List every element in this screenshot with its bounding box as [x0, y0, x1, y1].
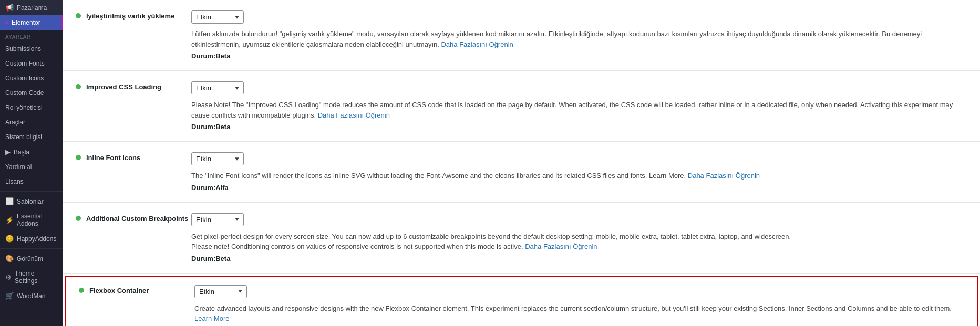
- row-select-wrap-5: Etkin Devre Dışı: [194, 285, 964, 298]
- sidebar-item-label: Şablonlar: [17, 198, 44, 205]
- row-right-4: Etkin Devre Dışı Get pixel-perfect desig…: [191, 213, 967, 262]
- sidebar-item-submissions[interactable]: Submissions: [0, 41, 63, 56]
- row-left-5: Flexbox Container: [79, 285, 194, 327]
- sidebar-item-pazarlama[interactable]: 📢 Pazarlama: [0, 0, 63, 15]
- row-desc-3: The "Inline Font Icons" will render the …: [191, 171, 967, 181]
- happyaddons-icon: 😊: [5, 235, 14, 243]
- sidebar-item-custom-icons[interactable]: Custom Icons: [0, 71, 63, 86]
- sidebar-item-label: Submissions: [5, 45, 41, 52]
- pazarlama-icon: 📢: [5, 4, 14, 12]
- row-right-2: Etkin Devre Dışı Please Note! The "Impro…: [191, 81, 967, 131]
- row-link-4[interactable]: Daha Fazlasını Öğrenin: [525, 243, 597, 250]
- sidebar-item-lisans[interactable]: Lisans: [0, 174, 63, 189]
- sidebar-item-gorunum[interactable]: 🎨 Görünüm: [0, 251, 63, 266]
- row-select-1[interactable]: Etkin Devre Dışı: [191, 10, 244, 24]
- row-title-5: Flexbox Container: [89, 286, 149, 296]
- row-select-5[interactable]: Etkin Devre Dışı: [194, 285, 247, 298]
- essential-addons-icon: ⚡: [5, 216, 14, 224]
- sidebar-item-label: Rol yöneticisi: [5, 104, 43, 111]
- sidebar-item-theme-settings[interactable]: ⚙ Theme Settings: [0, 266, 63, 288]
- row-right-5: Etkin Devre Dışı Create advanced layouts…: [194, 285, 964, 327]
- row-title-1: İyileştirilmiş varlık yükleme: [86, 12, 174, 21]
- row-select-2[interactable]: Etkin Devre Dışı: [191, 81, 244, 94]
- sidebar-item-label: Essential Addons: [17, 213, 58, 227]
- sidebar-item-essential-addons[interactable]: ⚡ Essential Addons: [0, 209, 63, 231]
- row-improved-css: Improved CSS Loading Etkin Devre Dışı Pl…: [63, 71, 980, 142]
- row-link-3[interactable]: Daha Fazlasını Öğrenin: [688, 172, 760, 180]
- row-iyilestirilmis-varlik: İyileştirilmiş varlık yükleme Etkin Devr…: [63, 0, 980, 71]
- row-left-2: Improved CSS Loading: [76, 81, 191, 131]
- sidebar-item-rol-yoneticisi[interactable]: Rol yöneticisi: [0, 100, 63, 115]
- row-additional-custom-breakpoints: Additional Custom Breakpoints Etkin Devr…: [63, 203, 980, 274]
- row-select-4[interactable]: Etkin Devre Dışı: [191, 213, 244, 226]
- sidebar-item-label: Custom Icons: [5, 75, 44, 82]
- row-select-wrap-2: Etkin Devre Dışı: [191, 81, 967, 94]
- main-content: İyileştirilmiş varlık yükleme Etkin Devr…: [63, 0, 980, 326]
- woodmart-icon: 🛒: [5, 292, 14, 300]
- sablonlar-icon: ⬜: [5, 197, 14, 205]
- row-link-2[interactable]: Daha Fazlasını Öğrenin: [318, 111, 390, 119]
- row-title-3: Inline Font Icons: [86, 153, 140, 163]
- row-select-wrap-3: Etkin Devre Dışı: [191, 152, 967, 165]
- sidebar-item-label: HappyAddons: [17, 235, 56, 243]
- row-select-3[interactable]: Etkin Devre Dışı: [191, 152, 244, 165]
- status-dot-2: [76, 84, 81, 89]
- row-select-wrap-4: Etkin Devre Dışı: [191, 213, 967, 226]
- row-status-1: Durum:Beta: [191, 52, 967, 60]
- sidebar-item-woodmart[interactable]: 🛒 WoodMart: [0, 288, 63, 303]
- row-status-4: Durum:Beta: [191, 255, 967, 262]
- sidebar-item-basla[interactable]: ▶ Başla: [0, 144, 63, 160]
- sidebar-item-sistem-bilgisi[interactable]: Sistem bilgisi: [0, 130, 63, 144]
- sidebar-separator-2: [0, 248, 63, 249]
- row-link-5[interactable]: Learn More: [194, 314, 229, 322]
- row-link-1[interactable]: Daha Fazlasını Öğrenin: [441, 40, 513, 48]
- row-left-1: İyileştirilmiş varlık yükleme: [76, 10, 191, 60]
- sidebar-group-ayarlar: Ayarlar: [0, 30, 63, 41]
- row-select-wrap-1: Etkin Devre Dışı: [191, 10, 967, 24]
- sidebar-item-label: Pazarlama: [17, 4, 47, 12]
- sidebar-item-label: Görünüm: [17, 255, 43, 262]
- row-desc-4: Get pixel-perfect design for every scree…: [191, 232, 967, 252]
- row-flexbox-container: Flexbox Container Etkin Devre Dışı Creat…: [65, 276, 978, 327]
- sidebar-item-label: Theme Settings: [15, 270, 58, 285]
- sidebar-item-label: Yardım al: [5, 163, 32, 171]
- sidebar-item-yardim-al[interactable]: Yardım al: [0, 160, 63, 174]
- row-status-2: Durum:Beta: [191, 123, 967, 131]
- gorunum-icon: 🎨: [5, 255, 14, 262]
- sidebar-item-label: Sistem bilgisi: [5, 133, 42, 141]
- sidebar-item-label: WoodMart: [17, 292, 46, 300]
- row-status-3: Durum:Alfa: [191, 184, 967, 192]
- row-desc-5: Create advanced layouts and responsive d…: [194, 303, 964, 324]
- sidebar-item-happyaddons[interactable]: 😊 HappyAddons: [0, 231, 63, 246]
- status-dot-1: [76, 13, 81, 18]
- sidebar-item-elementor[interactable]: Elementor: [0, 15, 63, 30]
- sidebar-item-label: Elementor: [12, 19, 40, 26]
- row-right-1: Etkin Devre Dışı Lütfen aklınızda bulund…: [191, 10, 967, 60]
- sidebar-item-label: Başla: [14, 149, 29, 156]
- elementor-dot: [5, 21, 8, 24]
- sidebar-item-label: Custom Fonts: [5, 60, 45, 67]
- row-left-3: Inline Font Icons: [76, 152, 191, 192]
- sidebar-item-araclar[interactable]: Araçlar: [0, 115, 63, 130]
- status-dot-4: [76, 216, 81, 221]
- sidebar-item-label: Custom Code: [5, 89, 44, 97]
- status-dot-3: [76, 155, 81, 160]
- row-title-4: Additional Custom Breakpoints: [86, 214, 188, 224]
- sidebar-item-label: Lisans: [5, 178, 24, 185]
- sidebar-item-sablonlar[interactable]: ⬜ Şablonlar: [0, 194, 63, 209]
- status-dot-5: [79, 288, 84, 293]
- theme-settings-icon: ⚙: [5, 274, 12, 281]
- row-inline-font-icons: Inline Font Icons Etkin Devre Dışı The "…: [63, 142, 980, 203]
- sidebar-item-custom-code[interactable]: Custom Code: [0, 86, 63, 100]
- sidebar-separator-1: [0, 191, 63, 192]
- row-left-4: Additional Custom Breakpoints: [76, 213, 191, 262]
- row-title-2: Improved CSS Loading: [86, 82, 161, 92]
- row-desc-2: Please Note! The "Improved CSS Loading" …: [191, 100, 967, 120]
- sidebar: 📢 Pazarlama Elementor Ayarlar Submission…: [0, 0, 63, 326]
- sidebar-item-custom-fonts[interactable]: Custom Fonts: [0, 56, 63, 71]
- basla-icon: ▶: [5, 148, 11, 156]
- row-right-3: Etkin Devre Dışı The "Inline Font Icons"…: [191, 152, 967, 192]
- row-desc-1: Lütfen aklınızda bulundurun! "gelişmiş v…: [191, 29, 967, 49]
- sidebar-item-label: Araçlar: [5, 119, 25, 126]
